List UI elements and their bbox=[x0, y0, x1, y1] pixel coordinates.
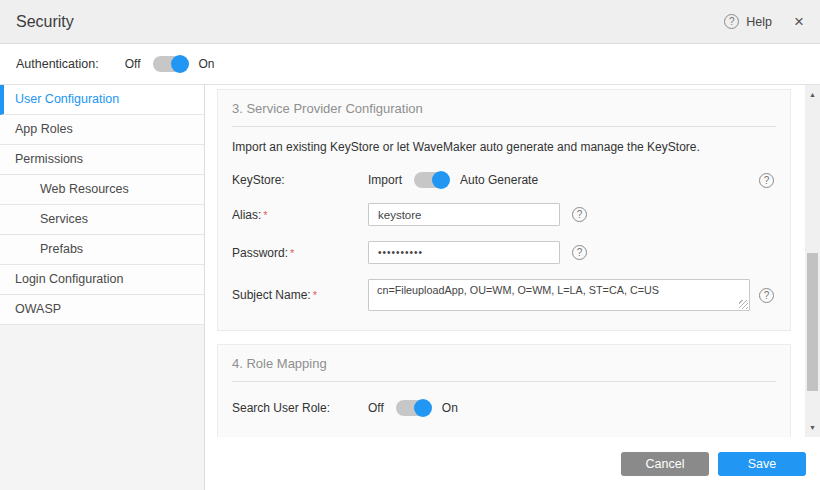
search-user-role-toggle[interactable] bbox=[396, 400, 430, 416]
search-user-role-on-label: On bbox=[442, 401, 458, 415]
vertical-scrollbar[interactable]: ▲ ▼ bbox=[805, 85, 820, 437]
authentication-on-label: On bbox=[199, 57, 215, 71]
subject-name-row: Subject Name:* cn=FileuploadApp, OU=WM, … bbox=[232, 279, 776, 311]
close-icon[interactable]: × bbox=[794, 13, 804, 30]
resize-grip[interactable] bbox=[739, 300, 748, 309]
subject-name-field-wrap: cn=FileuploadApp, OU=WM, O=WM, L=LA, ST=… bbox=[368, 279, 750, 311]
section-title: 4. Role Mapping bbox=[232, 356, 776, 382]
alias-row: Alias:* ? bbox=[232, 203, 776, 226]
dialog-footer: Cancel Save bbox=[205, 437, 820, 490]
toggle-knob bbox=[432, 171, 450, 189]
required-marker: * bbox=[290, 247, 294, 259]
authentication-bar: Authentication: Off On bbox=[0, 44, 820, 85]
sidebar-item-login-configuration[interactable]: Login Configuration bbox=[0, 265, 204, 295]
sidebar-item-owasp[interactable]: OWASP bbox=[0, 295, 204, 325]
keystore-auto-generate-label: Auto Generate bbox=[460, 173, 538, 187]
help-icon[interactable]: ? bbox=[724, 14, 739, 29]
page-title: Security bbox=[16, 13, 74, 31]
alias-label: Alias:* bbox=[232, 208, 368, 222]
password-label: Password:* bbox=[232, 246, 368, 260]
toggle-knob bbox=[414, 399, 432, 417]
scroll-viewport: 3. Service Provider Configuration Import… bbox=[205, 85, 820, 437]
help-link[interactable]: Help bbox=[746, 15, 772, 29]
required-marker: * bbox=[313, 289, 317, 301]
password-row: Password:* ? bbox=[232, 241, 776, 264]
scrollbar-thumb[interactable] bbox=[807, 253, 818, 391]
content-column: 3. Service Provider Configuration Import… bbox=[205, 85, 820, 490]
password-help-icon[interactable]: ? bbox=[572, 245, 587, 260]
subject-name-textarea[interactable]: cn=FileuploadApp, OU=WM, O=WM, L=LA, ST=… bbox=[368, 279, 750, 311]
keystore-help-icon[interactable]: ? bbox=[759, 173, 774, 188]
search-user-role-label: Search User Role: bbox=[232, 401, 368, 415]
search-user-role-off-label: Off bbox=[368, 401, 384, 415]
authentication-off-label: Off bbox=[125, 57, 141, 71]
required-marker: * bbox=[263, 209, 267, 221]
dialog-header: Security ? Help × bbox=[0, 0, 820, 44]
save-button[interactable]: Save bbox=[718, 452, 806, 476]
sidebar-item-user-configuration[interactable]: User Configuration bbox=[0, 85, 204, 115]
keystore-toggle[interactable] bbox=[414, 172, 448, 188]
authentication-toggle[interactable] bbox=[153, 56, 187, 72]
alias-input[interactable] bbox=[368, 203, 560, 226]
password-input[interactable] bbox=[368, 241, 560, 264]
sidebar-item-app-roles[interactable]: App Roles bbox=[0, 115, 204, 145]
keystore-row: KeyStore: Import Auto Generate ? bbox=[232, 172, 776, 188]
subject-name-help-icon[interactable]: ? bbox=[759, 288, 774, 303]
alias-help-icon[interactable]: ? bbox=[572, 207, 587, 222]
sidebar-item-prefabs[interactable]: Prefabs bbox=[0, 235, 204, 265]
keystore-import-label: Import bbox=[368, 173, 402, 187]
scroll-up-icon[interactable]: ▲ bbox=[805, 87, 820, 102]
toggle-knob bbox=[171, 55, 189, 73]
cancel-button[interactable]: Cancel bbox=[621, 452, 709, 476]
authentication-label: Authentication: bbox=[16, 57, 99, 71]
scroll-down-icon[interactable]: ▼ bbox=[805, 420, 820, 435]
role-mapping-section: 4. Role Mapping Search User Role: Off On bbox=[217, 344, 791, 437]
security-dialog: Security ? Help × Authentication: Off On… bbox=[0, 0, 820, 490]
sidebar-item-permissions[interactable]: Permissions bbox=[0, 145, 204, 175]
header-actions: ? Help × bbox=[724, 13, 804, 30]
sidebar: User Configuration App Roles Permissions… bbox=[0, 85, 205, 490]
main-area: User Configuration App Roles Permissions… bbox=[0, 85, 820, 490]
sidebar-item-services[interactable]: Services bbox=[0, 205, 204, 235]
service-provider-section: 3. Service Provider Configuration Import… bbox=[217, 89, 791, 331]
subject-name-label: Subject Name:* bbox=[232, 279, 368, 302]
keystore-label: KeyStore: bbox=[232, 173, 368, 187]
section-title: 3. Service Provider Configuration bbox=[232, 101, 776, 127]
section-description: Import an existing KeyStore or let WaveM… bbox=[232, 140, 776, 154]
search-user-role-row: Search User Role: Off On bbox=[232, 400, 776, 416]
sidebar-item-web-resources[interactable]: Web Resources bbox=[0, 175, 204, 205]
